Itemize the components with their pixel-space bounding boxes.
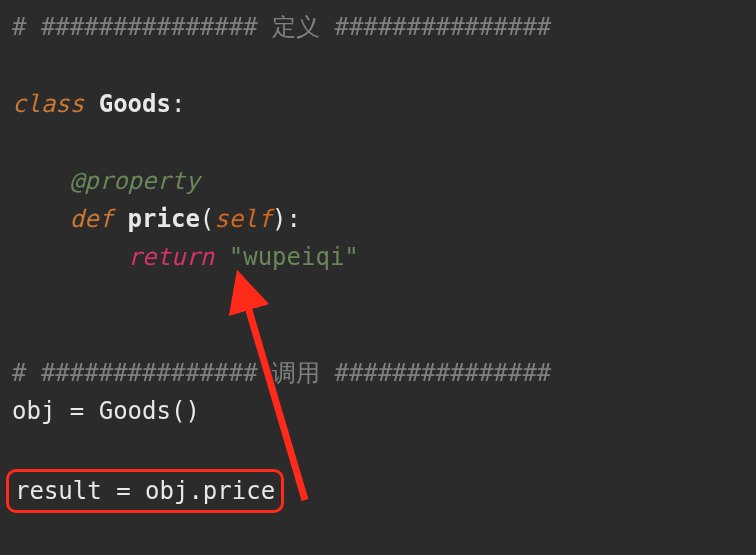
blank-line bbox=[12, 430, 744, 468]
blank-line bbox=[12, 46, 744, 84]
blank-line bbox=[12, 123, 744, 161]
method-name: price bbox=[128, 205, 200, 233]
comment-define: # ############### 定义 ############### bbox=[12, 8, 744, 46]
comment-text: # ############### bbox=[12, 359, 272, 387]
comment-call: # ############### 调用 ############### bbox=[12, 354, 744, 392]
decorator-line: @property bbox=[12, 162, 744, 200]
colon: : bbox=[171, 90, 185, 118]
self-param: self bbox=[214, 205, 272, 233]
string-literal: "wupeiqi" bbox=[229, 243, 359, 271]
class-name: Goods bbox=[84, 90, 171, 118]
def-keyword: def bbox=[12, 205, 128, 233]
comment-text: ############### bbox=[320, 359, 551, 387]
paren-close: ): bbox=[272, 205, 301, 233]
comment-text: ############### bbox=[320, 13, 551, 41]
comment-word: 调用 bbox=[272, 359, 320, 387]
red-highlight-box: result = obj.price bbox=[6, 469, 284, 513]
comment-word: 定义 bbox=[272, 13, 320, 41]
instantiation-line: obj = Goods() bbox=[12, 392, 744, 430]
space bbox=[214, 243, 228, 271]
return-keyword: return bbox=[128, 243, 215, 271]
code-text: result = obj.price bbox=[15, 477, 275, 505]
class-def-line: class Goods: bbox=[12, 85, 744, 123]
code-text: obj = Goods() bbox=[12, 397, 200, 425]
blank-line bbox=[12, 277, 744, 315]
comment-text: # ############### bbox=[12, 13, 272, 41]
paren-open: ( bbox=[200, 205, 214, 233]
blank-line bbox=[12, 315, 744, 353]
method-def-line: def price(self): bbox=[12, 200, 744, 238]
class-keyword: class bbox=[12, 90, 84, 118]
indent bbox=[12, 243, 128, 271]
property-decorator: @property bbox=[12, 167, 200, 195]
result-line: result = obj.price bbox=[12, 469, 744, 513]
return-line: return "wupeiqi" bbox=[12, 238, 744, 276]
